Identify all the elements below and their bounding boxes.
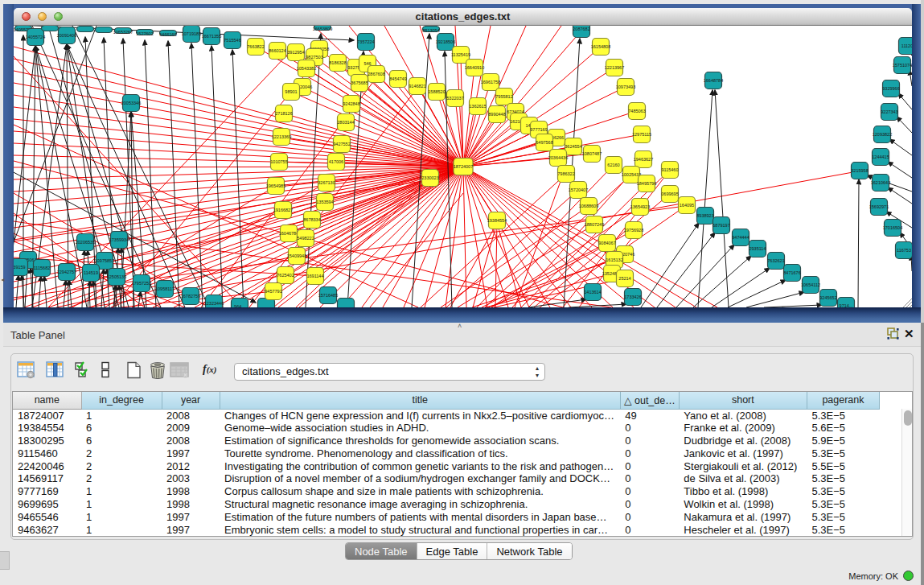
svg-text:1115682: 1115682 — [34, 266, 51, 270]
svg-text:2718126: 2718126 — [275, 111, 292, 116]
svg-text:20206535: 20206535 — [76, 240, 95, 245]
svg-text:1353594: 1353594 — [316, 200, 333, 204]
svg-text:20053346: 20053346 — [121, 101, 141, 105]
svg-text:1010755: 1010755 — [270, 159, 287, 164]
svg-text:1527602: 1527602 — [136, 31, 153, 36]
svg-text:964...: 964... — [234, 304, 245, 307]
svg-text:10958117: 10958117 — [155, 286, 175, 291]
svg-text:17957253: 17957253 — [132, 281, 151, 286]
svg-text:3675685: 3675685 — [351, 80, 368, 85]
svg-text:8471676: 8471676 — [783, 270, 800, 275]
svg-text:8990448: 8990448 — [488, 112, 505, 117]
svg-text:8678334: 8678334 — [303, 217, 320, 222]
svg-text:17016504: 17016504 — [883, 225, 902, 230]
svg-text:9115460: 9115460 — [661, 167, 678, 172]
svg-text:10688609: 10688609 — [579, 204, 598, 208]
svg-text:12505135: 12505135 — [107, 274, 126, 279]
svg-text:11325419: 11325419 — [451, 52, 470, 57]
svg-text:12213967: 12213967 — [605, 65, 624, 70]
svg-text:1413614: 1413614 — [584, 290, 601, 295]
svg-text:98901: 98901 — [285, 89, 297, 94]
svg-text:9427552: 9427552 — [333, 142, 350, 146]
svg-text:8813054: 8813054 — [422, 28, 439, 33]
svg-text:546: 546 — [363, 61, 371, 66]
svg-text:9474444: 9474444 — [732, 235, 749, 240]
svg-text:7955812: 7955812 — [495, 94, 512, 99]
svg-text:16961758: 16961758 — [481, 80, 500, 84]
svg-text:12323446: 12323446 — [204, 301, 224, 306]
svg-text:19384554: 19384554 — [487, 218, 507, 223]
svg-text:10719185: 10719185 — [182, 31, 201, 36]
svg-text:15751074: 15751074 — [893, 63, 912, 68]
svg-text:7515546: 7515546 — [224, 38, 240, 43]
svg-text:6466160: 6466160 — [159, 32, 176, 37]
svg-text:15692971: 15692971 — [869, 204, 889, 209]
svg-text:13654923: 13654923 — [630, 204, 650, 209]
svg-text:15409948: 15409948 — [287, 253, 306, 258]
svg-text:9714...: 9714... — [840, 303, 853, 307]
svg-text:1588520: 1588520 — [428, 89, 445, 94]
svg-text:18495796: 18495796 — [637, 181, 656, 186]
svg-text:19218506: 19218506 — [436, 39, 455, 44]
svg-text:9329966: 9329966 — [882, 86, 899, 91]
svg-text:10654112: 10654112 — [801, 282, 820, 287]
svg-text:9227343: 9227343 — [881, 109, 897, 114]
svg-text:62160: 62160 — [607, 163, 619, 167]
svg-text:8938923: 8938923 — [696, 213, 713, 218]
svg-text:7663822: 7663822 — [247, 44, 264, 49]
svg-text:18807249: 18807249 — [585, 222, 604, 227]
svg-text:7625402: 7625402 — [277, 273, 294, 278]
svg-text:9146821: 9146821 — [409, 84, 425, 89]
svg-text:2087682: 2087682 — [573, 27, 589, 31]
svg-text:16648784: 16648784 — [704, 78, 723, 83]
svg-text:25214: 25214 — [618, 276, 630, 281]
svg-text:2803144: 2803144 — [337, 120, 354, 125]
svg-text:16640910: 16640910 — [465, 65, 484, 70]
svg-text:11120: 11120 — [901, 43, 912, 48]
svg-text:9245652: 9245652 — [819, 295, 836, 300]
svg-text:7632621: 7632621 — [767, 258, 784, 263]
svg-text:12975115: 12975115 — [632, 132, 651, 137]
svg-text:16653809: 16653809 — [313, 27, 332, 31]
svg-text:18724007: 18724007 — [454, 164, 473, 169]
svg-text:1362615: 1362615 — [469, 104, 486, 109]
svg-text:6497568: 6497568 — [536, 140, 552, 145]
svg-text:16210643: 16210643 — [871, 180, 890, 185]
svg-text:114519: 114519 — [84, 270, 98, 275]
svg-text:2935114: 2935114 — [749, 246, 766, 251]
svg-text:16154808: 16154808 — [591, 44, 610, 49]
svg-text:8454749: 8454749 — [389, 76, 406, 81]
svg-text:12942757: 12942757 — [57, 270, 76, 274]
svg-text:10653267: 10653267 — [113, 30, 133, 35]
svg-text:3267130: 3267130 — [318, 180, 335, 185]
svg-text:2867608: 2867608 — [368, 72, 384, 76]
svg-text:1733426: 1733426 — [624, 295, 641, 299]
svg-text:16671355: 16671355 — [202, 34, 221, 39]
svg-text:3215958: 3215958 — [851, 168, 868, 173]
svg-text:164095: 164095 — [680, 203, 694, 208]
svg-text:17359934: 17359934 — [109, 237, 129, 242]
svg-text:2330023: 2330023 — [421, 175, 438, 180]
svg-text:15720407: 15720407 — [569, 187, 588, 192]
svg-text:1244415: 1244415 — [872, 154, 889, 159]
svg-text:7485063: 7485063 — [628, 109, 645, 113]
svg-text:116753: 116753 — [897, 248, 911, 253]
svg-text:7357224: 7357224 — [357, 39, 374, 44]
svg-text:19463627: 19463627 — [634, 157, 653, 162]
svg-text:3912954: 3912954 — [287, 50, 304, 55]
svg-text:1615132: 1615132 — [606, 257, 622, 262]
svg-text:8186328: 8186328 — [329, 60, 346, 65]
svg-text:10807487: 10807487 — [582, 151, 602, 156]
svg-text:10543382: 10543382 — [297, 66, 316, 71]
svg-text:16782759: 16782759 — [181, 294, 200, 299]
svg-text:20364436: 20364436 — [548, 155, 568, 160]
svg-text:19166827: 19166827 — [273, 208, 293, 212]
svg-text:9827503: 9827503 — [306, 55, 322, 60]
svg-text:12093822: 12093822 — [873, 132, 892, 137]
svg-text:9242848: 9242848 — [343, 101, 359, 106]
svg-text:12213369: 12213369 — [272, 134, 291, 139]
svg-text:8660124: 8660124 — [269, 48, 285, 53]
svg-text:10973493: 10973493 — [616, 84, 635, 89]
svg-text:16046786: 16046786 — [279, 231, 298, 236]
svg-text:10025433: 10025433 — [622, 172, 641, 177]
